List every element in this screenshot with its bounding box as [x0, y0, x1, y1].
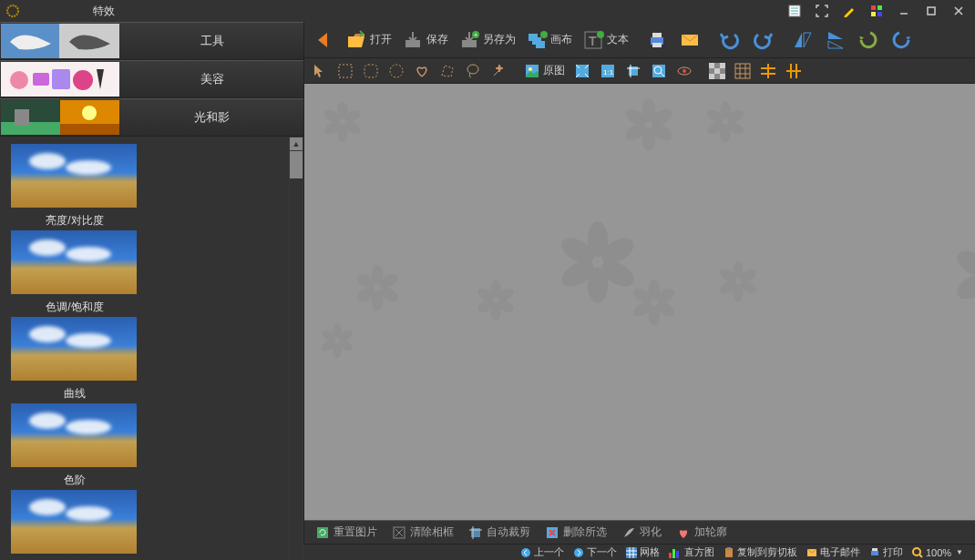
delsel-button[interactable]: 删除所选: [539, 523, 612, 542]
email-sb-button[interactable]: 电子邮件: [802, 545, 865, 559]
fit-tool[interactable]: [570, 60, 594, 82]
maximize-button[interactable]: [920, 2, 942, 20]
effect-levels-label: 色阶: [11, 473, 139, 488]
category-tools[interactable]: 工具: [0, 22, 303, 60]
svg-rect-105: [676, 551, 679, 558]
save-label: 保存: [426, 32, 448, 47]
category-beauty[interactable]: 美容: [0, 60, 303, 98]
minimize-button[interactable]: [893, 2, 915, 20]
svg-point-56: [390, 65, 403, 77]
open-button[interactable]: 打开: [341, 26, 395, 54]
redo-button[interactable]: [747, 26, 778, 54]
svg-text:1:1: 1:1: [603, 68, 614, 76]
svg-rect-92: [317, 527, 328, 538]
effects-scrollbar[interactable]: ▲ ▼: [289, 137, 303, 560]
effect-levels[interactable]: 色阶: [11, 403, 139, 488]
save-button[interactable]: 保存: [397, 26, 452, 54]
colors-icon[interactable]: [866, 2, 888, 20]
canvas-button[interactable]: 画布: [521, 26, 576, 54]
autocrop-button[interactable]: 自动裁剪: [463, 523, 536, 542]
svg-rect-107: [727, 547, 731, 550]
checker-tool[interactable]: [705, 60, 729, 82]
undo-button[interactable]: [714, 26, 745, 54]
zoom-dropdown-icon[interactable]: ▼: [956, 548, 963, 556]
prev-button[interactable]: 上一个: [516, 545, 569, 559]
svg-rect-5: [871, 5, 876, 10]
clipboard-button[interactable]: 复制到剪切板: [719, 545, 802, 559]
polygon-select-tool[interactable]: [436, 60, 459, 82]
heart-select-tool[interactable]: [410, 60, 434, 82]
svg-rect-54: [339, 65, 352, 77]
svg-rect-21: [15, 109, 29, 126]
scroll-thumb[interactable]: [290, 151, 303, 178]
svg-rect-52: [652, 43, 662, 47]
pointer-tool[interactable]: [308, 60, 332, 82]
close-button[interactable]: [948, 2, 970, 20]
grid-tool[interactable]: [731, 60, 754, 82]
category-beauty-label: 美容: [120, 71, 303, 87]
rotate-left-button[interactable]: [853, 26, 884, 54]
effect-hue[interactable]: 色调/饱和度: [11, 230, 139, 315]
svg-point-67: [682, 69, 686, 73]
feather-button[interactable]: 羽化: [616, 523, 667, 542]
print-button[interactable]: [641, 26, 672, 54]
guides-h-tool[interactable]: [756, 60, 780, 82]
clearframe-button[interactable]: 清除相框: [386, 523, 459, 542]
flip-v-button[interactable]: [820, 26, 851, 54]
rotate-right-button[interactable]: [886, 26, 917, 54]
effects-grid: 亮度/对比度 色调/饱和度 曲线 色阶: [0, 137, 289, 560]
next-button[interactable]: 下一个: [569, 545, 621, 559]
effect-brightness-label: 亮度/对比度: [11, 213, 139, 229]
back-button[interactable]: [308, 26, 339, 54]
original-label: 原图: [543, 63, 565, 78]
lasso-select-tool[interactable]: [461, 60, 485, 82]
scroll-up-icon[interactable]: ▲: [290, 137, 303, 150]
reset-button[interactable]: 重置图片: [310, 523, 383, 542]
rect-select-tool[interactable]: [334, 60, 357, 82]
grid-button[interactable]: 网格: [621, 545, 664, 559]
main-toolbar: 打开 保存 +另存为 画布 T文本: [304, 22, 975, 58]
fullscreen-icon[interactable]: [811, 2, 833, 20]
canvas-area[interactable]: [304, 84, 975, 520]
open-label: 打开: [370, 32, 392, 47]
wand-select-tool[interactable]: [487, 60, 510, 82]
svg-rect-55: [364, 65, 377, 77]
outline-button[interactable]: 加轮廓: [671, 523, 733, 542]
guides-v-tool[interactable]: [782, 60, 806, 82]
svg-rect-91: [304, 84, 975, 520]
text-label: 文本: [607, 32, 629, 47]
roundrect-select-tool[interactable]: [359, 60, 383, 82]
svg-point-111: [913, 548, 920, 555]
flip-h-button[interactable]: [787, 26, 818, 54]
text-button[interactable]: T文本: [578, 26, 632, 54]
svg-point-57: [467, 65, 478, 74]
reset-label: 重置图片: [334, 524, 377, 540]
zoomin-tool[interactable]: [647, 60, 671, 82]
edit-icon[interactable]: [838, 2, 860, 20]
actual-tool[interactable]: 1:1: [596, 60, 620, 82]
svg-rect-20: [1, 122, 60, 135]
svg-rect-72: [709, 74, 714, 79]
next-label: 下一个: [587, 545, 617, 559]
svg-rect-51: [652, 33, 662, 37]
effect-brightness[interactable]: 亮度/对比度: [11, 144, 139, 229]
effect-curves[interactable]: 曲线: [11, 317, 139, 402]
effect-5[interactable]: [11, 490, 139, 559]
svg-text:+: +: [474, 32, 477, 38]
ellipse-select-tool[interactable]: [385, 60, 408, 82]
notes-icon[interactable]: [784, 2, 806, 20]
histogram-button[interactable]: 直方图: [664, 545, 719, 559]
feather-label: 羽化: [640, 524, 662, 540]
category-light[interactable]: 光和影: [0, 98, 303, 137]
zoom-button[interactable]: 100%▼: [908, 547, 968, 558]
crop-tool[interactable]: [621, 60, 645, 82]
saveas-button[interactable]: +另存为: [454, 26, 519, 54]
svg-rect-45: [536, 41, 545, 48]
print-sb-button[interactable]: 打印: [865, 545, 908, 559]
svg-rect-109: [871, 551, 878, 555]
email-button[interactable]: [674, 26, 705, 54]
redeye-tool[interactable]: [672, 60, 696, 82]
svg-rect-110: [872, 548, 878, 551]
original-button[interactable]: 原图: [519, 61, 569, 81]
grid-label: 网格: [640, 545, 660, 559]
